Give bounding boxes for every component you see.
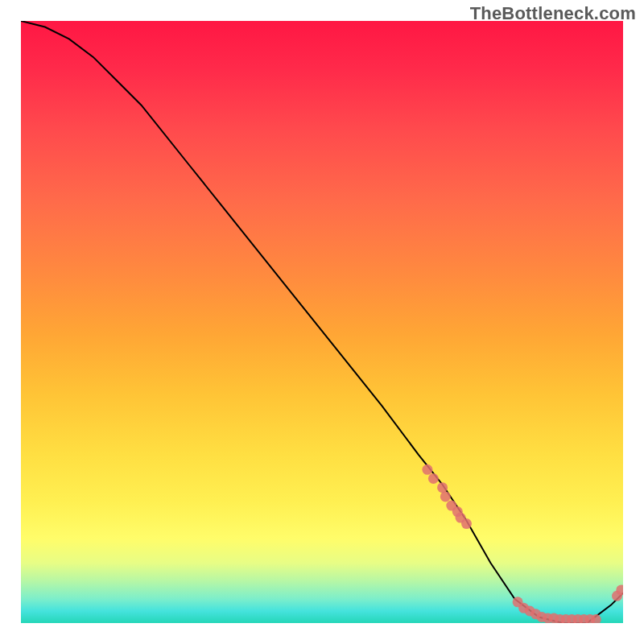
- data-point: [461, 518, 472, 529]
- chart-svg: [21, 21, 623, 623]
- data-point: [440, 491, 451, 502]
- chart-container: TheBottleneck.com: [0, 0, 644, 644]
- curve-path-group: [21, 21, 623, 623]
- plot-area: [21, 21, 623, 623]
- data-markers: [422, 464, 623, 623]
- data-point: [437, 482, 448, 493]
- data-point: [422, 464, 432, 475]
- data-point: [428, 473, 439, 484]
- bottleneck-curve: [21, 21, 623, 623]
